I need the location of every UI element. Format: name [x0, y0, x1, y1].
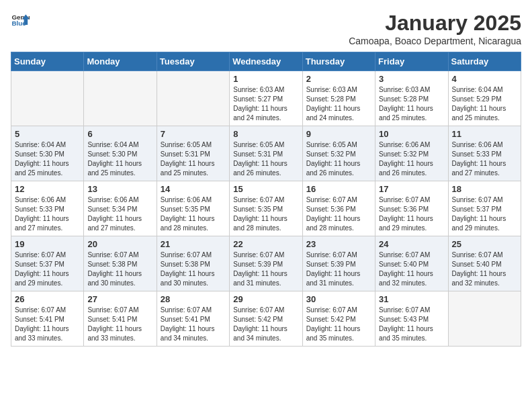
- day-number: 26: [15, 294, 80, 304]
- weekday-header-thursday: Thursday: [302, 52, 375, 71]
- day-info: Sunrise: 6:07 AM Sunset: 5:37 PM Dayligh…: [452, 195, 517, 233]
- day-number: 12: [15, 184, 80, 194]
- calendar-cell: 8Sunrise: 6:05 AM Sunset: 5:31 PM Daylig…: [230, 126, 302, 181]
- logo-icon: General Blue: [11, 11, 30, 30]
- calendar-cell: [84, 71, 157, 126]
- calendar-cell: 15Sunrise: 6:07 AM Sunset: 5:35 PM Dayli…: [230, 181, 302, 236]
- week-row-2: 5Sunrise: 6:04 AM Sunset: 5:30 PM Daylig…: [11, 126, 521, 181]
- day-number: 13: [87, 184, 152, 194]
- day-number: 24: [379, 239, 444, 249]
- day-number: 17: [379, 184, 444, 194]
- day-info: Sunrise: 6:07 AM Sunset: 5:36 PM Dayligh…: [306, 195, 371, 233]
- calendar-cell: 4Sunrise: 6:04 AM Sunset: 5:29 PM Daylig…: [448, 71, 521, 126]
- weekday-header-friday: Friday: [375, 52, 448, 71]
- day-info: Sunrise: 6:05 AM Sunset: 5:32 PM Dayligh…: [306, 140, 371, 178]
- day-number: 3: [379, 74, 444, 84]
- day-info: Sunrise: 6:07 AM Sunset: 5:43 PM Dayligh…: [379, 306, 444, 343]
- calendar-cell: 17Sunrise: 6:07 AM Sunset: 5:36 PM Dayli…: [375, 181, 448, 236]
- header: General Blue January 2025 Camoapa, Boaco…: [11, 11, 521, 46]
- day-number: 28: [161, 294, 226, 304]
- day-number: 10: [379, 129, 444, 139]
- day-number: 1: [233, 74, 298, 84]
- calendar-cell: 9Sunrise: 6:05 AM Sunset: 5:32 PM Daylig…: [302, 126, 375, 181]
- day-info: Sunrise: 6:06 AM Sunset: 5:33 PM Dayligh…: [15, 195, 80, 233]
- day-info: Sunrise: 6:05 AM Sunset: 5:31 PM Dayligh…: [233, 140, 298, 178]
- day-number: 21: [161, 239, 226, 249]
- calendar-cell: 20Sunrise: 6:07 AM Sunset: 5:38 PM Dayli…: [84, 236, 157, 291]
- calendar-cell: [157, 71, 229, 126]
- day-info: Sunrise: 6:07 AM Sunset: 5:37 PM Dayligh…: [15, 250, 80, 288]
- calendar-cell: 19Sunrise: 6:07 AM Sunset: 5:37 PM Dayli…: [11, 236, 84, 291]
- calendar-cell: 11Sunrise: 6:06 AM Sunset: 5:33 PM Dayli…: [448, 126, 521, 181]
- calendar-cell: 30Sunrise: 6:07 AM Sunset: 5:42 PM Dayli…: [302, 291, 375, 347]
- calendar-cell: 21Sunrise: 6:07 AM Sunset: 5:38 PM Dayli…: [157, 236, 229, 291]
- day-info: Sunrise: 6:07 AM Sunset: 5:36 PM Dayligh…: [379, 195, 444, 233]
- weekday-header-row: SundayMondayTuesdayWednesdayThursdayFrid…: [11, 52, 521, 71]
- calendar-cell: 23Sunrise: 6:07 AM Sunset: 5:39 PM Dayli…: [302, 236, 375, 291]
- day-number: 14: [161, 184, 226, 194]
- day-info: Sunrise: 6:06 AM Sunset: 5:34 PM Dayligh…: [87, 195, 152, 233]
- subtitle: Camoapa, Boaco Department, Nicaragua: [349, 36, 521, 46]
- calendar-cell: 5Sunrise: 6:04 AM Sunset: 5:30 PM Daylig…: [11, 126, 84, 181]
- day-info: Sunrise: 6:05 AM Sunset: 5:31 PM Dayligh…: [161, 140, 226, 178]
- calendar-cell: 16Sunrise: 6:07 AM Sunset: 5:36 PM Dayli…: [302, 181, 375, 236]
- day-info: Sunrise: 6:07 AM Sunset: 5:42 PM Dayligh…: [306, 306, 371, 343]
- day-number: 20: [87, 239, 152, 249]
- weekday-header-wednesday: Wednesday: [230, 52, 302, 71]
- calendar-cell: [448, 291, 521, 347]
- day-info: Sunrise: 6:06 AM Sunset: 5:33 PM Dayligh…: [452, 140, 517, 178]
- day-number: 22: [233, 239, 298, 249]
- calendar-cell: 18Sunrise: 6:07 AM Sunset: 5:37 PM Dayli…: [448, 181, 521, 236]
- day-number: 2: [306, 74, 371, 84]
- calendar-cell: 27Sunrise: 6:07 AM Sunset: 5:41 PM Dayli…: [84, 291, 157, 347]
- title-area: January 2025 Camoapa, Boaco Department, …: [349, 11, 521, 46]
- day-number: 16: [306, 184, 371, 194]
- week-row-4: 19Sunrise: 6:07 AM Sunset: 5:37 PM Dayli…: [11, 236, 521, 291]
- day-info: Sunrise: 6:07 AM Sunset: 5:40 PM Dayligh…: [379, 250, 444, 288]
- day-info: Sunrise: 6:07 AM Sunset: 5:38 PM Dayligh…: [161, 250, 226, 288]
- weekday-header-monday: Monday: [84, 52, 157, 71]
- day-number: 5: [15, 129, 80, 139]
- day-number: 4: [452, 74, 517, 84]
- day-info: Sunrise: 6:07 AM Sunset: 5:41 PM Dayligh…: [87, 306, 152, 343]
- logo: General Blue: [11, 11, 30, 30]
- week-row-3: 12Sunrise: 6:06 AM Sunset: 5:33 PM Dayli…: [11, 181, 521, 236]
- calendar-cell: 2Sunrise: 6:03 AM Sunset: 5:28 PM Daylig…: [302, 71, 375, 126]
- calendar-cell: 3Sunrise: 6:03 AM Sunset: 5:28 PM Daylig…: [375, 71, 448, 126]
- day-info: Sunrise: 6:07 AM Sunset: 5:41 PM Dayligh…: [15, 306, 80, 343]
- day-info: Sunrise: 6:03 AM Sunset: 5:27 PM Dayligh…: [233, 85, 298, 123]
- calendar-cell: 24Sunrise: 6:07 AM Sunset: 5:40 PM Dayli…: [375, 236, 448, 291]
- day-info: Sunrise: 6:07 AM Sunset: 5:41 PM Dayligh…: [161, 306, 226, 343]
- day-number: 31: [379, 294, 444, 304]
- calendar-cell: 29Sunrise: 6:07 AM Sunset: 5:42 PM Dayli…: [230, 291, 302, 347]
- day-number: 23: [306, 239, 371, 249]
- day-info: Sunrise: 6:03 AM Sunset: 5:28 PM Dayligh…: [306, 85, 371, 123]
- day-info: Sunrise: 6:04 AM Sunset: 5:30 PM Dayligh…: [87, 140, 152, 178]
- day-info: Sunrise: 6:07 AM Sunset: 5:39 PM Dayligh…: [233, 250, 298, 288]
- week-row-5: 26Sunrise: 6:07 AM Sunset: 5:41 PM Dayli…: [11, 291, 521, 347]
- weekday-header-tuesday: Tuesday: [157, 52, 229, 71]
- day-info: Sunrise: 6:04 AM Sunset: 5:30 PM Dayligh…: [15, 140, 80, 178]
- day-number: 30: [306, 294, 371, 304]
- day-info: Sunrise: 6:06 AM Sunset: 5:35 PM Dayligh…: [161, 195, 226, 233]
- calendar-cell: 28Sunrise: 6:07 AM Sunset: 5:41 PM Dayli…: [157, 291, 229, 347]
- day-number: 19: [15, 239, 80, 249]
- day-number: 29: [233, 294, 298, 304]
- day-number: 11: [452, 129, 517, 139]
- calendar-cell: 31Sunrise: 6:07 AM Sunset: 5:43 PM Dayli…: [375, 291, 448, 347]
- calendar-cell: 13Sunrise: 6:06 AM Sunset: 5:34 PM Dayli…: [84, 181, 157, 236]
- calendar-cell: [11, 71, 84, 126]
- calendar-cell: 10Sunrise: 6:06 AM Sunset: 5:32 PM Dayli…: [375, 126, 448, 181]
- calendar: SundayMondayTuesdayWednesdayThursdayFrid…: [11, 52, 521, 347]
- day-number: 7: [161, 129, 226, 139]
- day-info: Sunrise: 6:03 AM Sunset: 5:28 PM Dayligh…: [379, 85, 444, 123]
- day-info: Sunrise: 6:04 AM Sunset: 5:29 PM Dayligh…: [452, 85, 517, 123]
- main-title: January 2025: [349, 11, 521, 36]
- calendar-cell: 12Sunrise: 6:06 AM Sunset: 5:33 PM Dayli…: [11, 181, 84, 236]
- day-info: Sunrise: 6:06 AM Sunset: 5:32 PM Dayligh…: [379, 140, 444, 178]
- day-number: 15: [233, 184, 298, 194]
- day-number: 6: [87, 129, 152, 139]
- calendar-cell: 1Sunrise: 6:03 AM Sunset: 5:27 PM Daylig…: [230, 71, 302, 126]
- day-number: 18: [452, 184, 517, 194]
- calendar-cell: 14Sunrise: 6:06 AM Sunset: 5:35 PM Dayli…: [157, 181, 229, 236]
